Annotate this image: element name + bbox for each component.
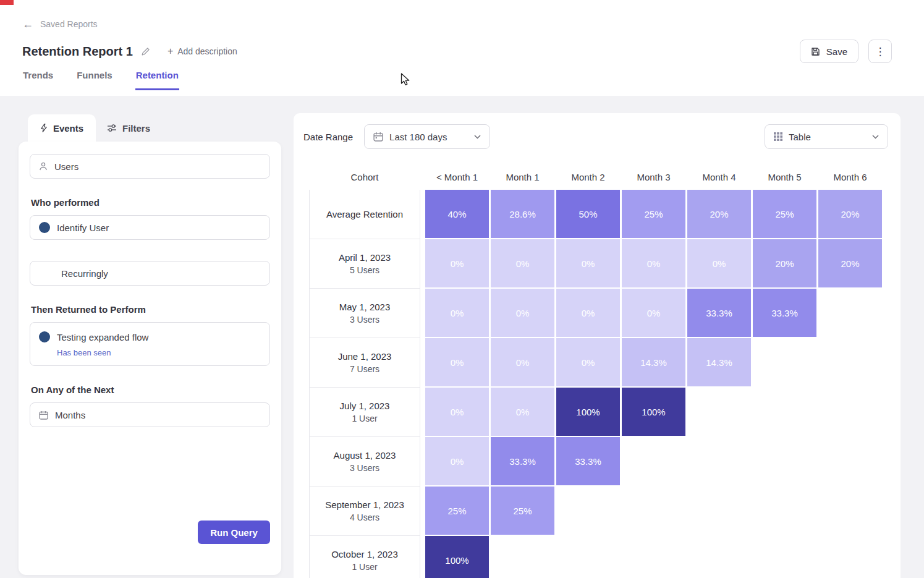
months-selector[interactable]: Months: [30, 402, 270, 427]
cohort-title: April 1, 2023: [339, 252, 391, 263]
retention-cell[interactable]: 0%: [556, 289, 620, 337]
months-value: Months: [55, 410, 85, 420]
cohort-user-count: 1 User: [352, 414, 377, 423]
retention-cell[interactable]: 28.6%: [491, 190, 554, 238]
column-header: Month 4: [687, 172, 751, 182]
users-selector[interactable]: Users: [30, 154, 270, 179]
retention-cell[interactable]: 33.3%: [753, 289, 816, 337]
retention-cell[interactable]: 0%: [622, 239, 685, 287]
retention-cell[interactable]: 0%: [491, 239, 554, 287]
retention-cell[interactable]: 20%: [687, 190, 751, 238]
saved-reports-back[interactable]: ← Saved Reports: [22, 19, 98, 30]
retention-cell[interactable]: 0%: [556, 239, 620, 287]
retention-cell[interactable]: 0%: [491, 338, 554, 386]
return-event-selector[interactable]: Testing expanded flow Has been seen: [30, 322, 270, 366]
date-range-dropdown[interactable]: Last 180 days: [364, 124, 490, 149]
on-any-next-label: On Any of the Next: [31, 385, 270, 395]
calendar-icon: [39, 410, 48, 420]
retention-cell[interactable]: 33.3%: [687, 289, 751, 337]
report-type-tabs: Trends Funnels Retention: [22, 70, 179, 90]
identify-user-value: Identify User: [57, 223, 109, 233]
cohort-user-count: 4 Users: [350, 512, 379, 522]
identify-user-selector[interactable]: Identify User: [30, 215, 270, 240]
retention-cell[interactable]: 50%: [556, 190, 620, 238]
cohort-user-count: 1 User: [352, 562, 377, 572]
column-header: < Month 1: [425, 172, 489, 182]
user-icon: [39, 162, 48, 171]
column-header: Month 1: [491, 172, 554, 182]
retention-cell[interactable]: 33.3%: [556, 437, 620, 485]
column-header: Month 5: [753, 172, 816, 182]
tab-trends[interactable]: Trends: [22, 70, 54, 90]
retention-cell[interactable]: 0%: [425, 289, 489, 337]
cohort-title: October 1, 2023: [331, 549, 398, 559]
save-label: Save: [826, 46, 847, 57]
retention-row: July 1, 20231 User0%0%100%100%: [309, 388, 901, 437]
add-description-button[interactable]: + Add description: [167, 46, 237, 57]
retention-cell[interactable]: 0%: [622, 289, 685, 337]
retention-cell[interactable]: 25%: [753, 190, 816, 238]
tab-filters-label: Filters: [122, 123, 150, 134]
query-panel-body: Users Who performed Identify User Recurr…: [19, 142, 281, 575]
run-query-button[interactable]: Run Query: [198, 521, 270, 544]
plus-icon: +: [167, 46, 173, 57]
view-type-dropdown[interactable]: Table: [765, 124, 888, 149]
retention-cell[interactable]: 14.3%: [622, 338, 685, 386]
has-been-seen-link[interactable]: Has been seen: [57, 348, 111, 357]
retention-cell[interactable]: 0%: [425, 239, 489, 287]
edit-title-button[interactable]: [141, 47, 150, 56]
date-range-label: Date Range: [303, 132, 353, 142]
save-icon: [811, 47, 820, 56]
then-returned-label: Then Returned to Perform: [31, 304, 270, 315]
retention-cell[interactable]: 0%: [556, 338, 620, 386]
save-button[interactable]: Save: [800, 40, 858, 63]
retention-cell[interactable]: 100%: [622, 388, 685, 436]
tab-events[interactable]: Events: [28, 114, 96, 142]
top-bar: ← Saved Reports Retention Report 1 + Add…: [0, 0, 924, 96]
page-title: Retention Report 1: [22, 45, 133, 59]
cohort-cell: October 1, 20231 User: [309, 536, 420, 578]
retention-cell[interactable]: 0%: [687, 239, 751, 287]
retention-cell[interactable]: 0%: [491, 388, 554, 436]
retention-cell[interactable]: 25%: [491, 487, 554, 535]
retention-row: June 1, 20237 Users0%0%0%14.3%14.3%: [309, 338, 901, 388]
add-description-label: Add description: [177, 46, 237, 56]
retention-cell[interactable]: 20%: [818, 239, 882, 287]
recurringly-value: Recurringly: [61, 268, 108, 279]
retention-cell[interactable]: 25%: [425, 487, 489, 535]
event-dot-icon: [39, 222, 50, 233]
cohort-title: May 1, 2023: [339, 302, 391, 312]
report-toolbar: Date Range Last 180 days Table: [294, 113, 901, 155]
retention-cell[interactable]: 40%: [425, 190, 489, 238]
retention-cell[interactable]: 14.3%: [687, 338, 751, 386]
retention-cell[interactable]: 100%: [556, 388, 620, 436]
chevron-down-icon: [474, 135, 481, 139]
cohort-cell: May 1, 20233 Users: [309, 289, 420, 338]
cohort-user-count: 3 Users: [350, 315, 379, 325]
tab-funnels[interactable]: Funnels: [76, 70, 113, 90]
tab-filters[interactable]: Filters: [96, 114, 161, 142]
retention-cell[interactable]: 0%: [425, 388, 489, 436]
query-builder-panel: Events Filters Users Who performed Ident…: [19, 114, 281, 575]
pencil-icon: [141, 47, 150, 56]
retention-cell[interactable]: 0%: [425, 338, 489, 386]
retention-cell[interactable]: 100%: [425, 536, 489, 578]
retention-cell[interactable]: 25%: [622, 190, 685, 238]
recurringly-selector[interactable]: Recurringly: [30, 261, 270, 286]
lightning-icon: [40, 123, 48, 133]
more-options-button[interactable]: ⋮: [868, 40, 892, 63]
retention-cell[interactable]: 20%: [818, 190, 882, 238]
retention-cell[interactable]: 0%: [425, 437, 489, 485]
cohort-cell: July 1, 20231 User: [309, 388, 420, 437]
retention-cell[interactable]: 33.3%: [491, 437, 554, 485]
screen-recording-indicator: [0, 0, 14, 5]
table-header-row: Cohort< Month 1Month 1Month 2Month 3Mont…: [309, 165, 901, 189]
retention-cell[interactable]: 0%: [491, 289, 554, 337]
retention-cell[interactable]: 20%: [753, 239, 816, 287]
title-row: Retention Report 1 + Add description Sav…: [22, 40, 892, 63]
tab-retention[interactable]: Retention: [135, 70, 179, 90]
report-card: Date Range Last 180 days Table: [294, 113, 901, 578]
cohort-title: Average Retention: [326, 209, 403, 219]
cohort-cell: September 1, 20234 Users: [309, 487, 420, 536]
calendar-icon: [373, 132, 383, 142]
